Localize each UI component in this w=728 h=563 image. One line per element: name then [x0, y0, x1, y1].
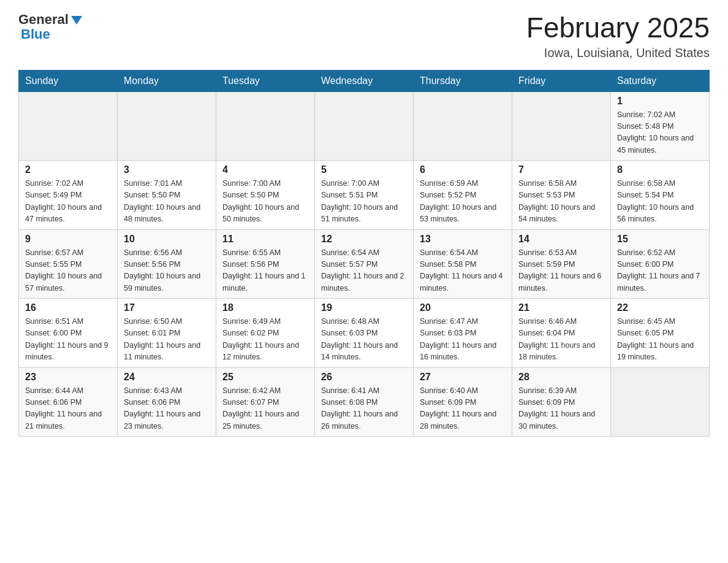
- calendar-week-row: 9Sunrise: 6:57 AM Sunset: 5:55 PM Daylig…: [19, 229, 710, 299]
- calendar-cell: 24Sunrise: 6:43 AM Sunset: 6:06 PM Dayli…: [118, 367, 216, 437]
- day-number: 24: [124, 372, 210, 383]
- day-number: 17: [124, 302, 210, 313]
- day-number: 5: [321, 164, 407, 175]
- day-number: 26: [321, 372, 407, 383]
- day-number: 27: [420, 372, 506, 383]
- calendar-cell: [611, 367, 710, 437]
- day-info: Sunrise: 7:00 AM Sunset: 5:50 PM Dayligh…: [222, 178, 308, 226]
- calendar-cell: 25Sunrise: 6:42 AM Sunset: 6:07 PM Dayli…: [216, 367, 315, 437]
- day-number: 28: [518, 372, 604, 383]
- calendar-week-row: 2Sunrise: 7:02 AM Sunset: 5:49 PM Daylig…: [19, 161, 710, 230]
- day-info: Sunrise: 6:40 AM Sunset: 6:09 PM Dayligh…: [420, 385, 506, 433]
- calendar-cell: 20Sunrise: 6:47 AM Sunset: 6:03 PM Dayli…: [414, 299, 512, 368]
- day-number: 19: [321, 302, 407, 313]
- calendar-cell: 14Sunrise: 6:53 AM Sunset: 5:59 PM Dayli…: [512, 229, 611, 299]
- day-info: Sunrise: 6:56 AM Sunset: 5:56 PM Dayligh…: [124, 247, 210, 295]
- day-number: 14: [518, 234, 604, 245]
- day-info: Sunrise: 6:49 AM Sunset: 6:02 PM Dayligh…: [222, 316, 308, 364]
- calendar-cell: 17Sunrise: 6:50 AM Sunset: 6:01 PM Dayli…: [118, 299, 216, 368]
- day-number: 3: [124, 164, 210, 175]
- calendar-cell: 6Sunrise: 6:59 AM Sunset: 5:52 PM Daylig…: [414, 161, 512, 230]
- day-info: Sunrise: 6:47 AM Sunset: 6:03 PM Dayligh…: [420, 316, 506, 364]
- calendar-cell: 1Sunrise: 7:02 AM Sunset: 5:48 PM Daylig…: [611, 91, 710, 161]
- day-number: 1: [617, 96, 703, 107]
- calendar-cell: 19Sunrise: 6:48 AM Sunset: 6:03 PM Dayli…: [315, 299, 414, 368]
- day-number: 6: [420, 164, 506, 175]
- day-number: 25: [222, 372, 308, 383]
- day-info: Sunrise: 7:02 AM Sunset: 5:48 PM Dayligh…: [617, 109, 703, 157]
- day-info: Sunrise: 7:01 AM Sunset: 5:50 PM Dayligh…: [124, 178, 210, 226]
- calendar-cell: [19, 91, 118, 161]
- day-info: Sunrise: 6:58 AM Sunset: 5:54 PM Dayligh…: [617, 178, 703, 226]
- location-title: Iowa, Louisiana, United States: [526, 46, 710, 60]
- day-info: Sunrise: 6:44 AM Sunset: 6:06 PM Dayligh…: [25, 385, 111, 433]
- day-info: Sunrise: 6:54 AM Sunset: 5:57 PM Dayligh…: [321, 247, 407, 295]
- calendar-cell: 21Sunrise: 6:46 AM Sunset: 6:04 PM Dayli…: [512, 299, 611, 368]
- day-number: 12: [321, 234, 407, 245]
- day-info: Sunrise: 6:50 AM Sunset: 6:01 PM Dayligh…: [124, 316, 210, 364]
- calendar-cell: 2Sunrise: 7:02 AM Sunset: 5:49 PM Daylig…: [19, 161, 118, 230]
- day-header-saturday: Saturday: [611, 70, 710, 91]
- day-info: Sunrise: 6:42 AM Sunset: 6:07 PM Dayligh…: [222, 385, 308, 433]
- day-info: Sunrise: 6:57 AM Sunset: 5:55 PM Dayligh…: [25, 247, 111, 295]
- day-header-monday: Monday: [118, 70, 216, 91]
- logo: General Blue: [18, 12, 83, 42]
- day-number: 23: [25, 372, 111, 383]
- day-info: Sunrise: 7:00 AM Sunset: 5:51 PM Dayligh…: [321, 178, 407, 226]
- calendar-week-row: 16Sunrise: 6:51 AM Sunset: 6:00 PM Dayli…: [19, 299, 710, 368]
- svg-marker-0: [71, 16, 82, 25]
- calendar-cell: 23Sunrise: 6:44 AM Sunset: 6:06 PM Dayli…: [19, 367, 118, 437]
- day-info: Sunrise: 6:51 AM Sunset: 6:00 PM Dayligh…: [25, 316, 111, 364]
- day-info: Sunrise: 6:48 AM Sunset: 6:03 PM Dayligh…: [321, 316, 407, 364]
- calendar-table: SundayMondayTuesdayWednesdayThursdayFrid…: [18, 70, 710, 437]
- calendar-cell: 27Sunrise: 6:40 AM Sunset: 6:09 PM Dayli…: [414, 367, 512, 437]
- day-info: Sunrise: 6:58 AM Sunset: 5:53 PM Dayligh…: [518, 178, 604, 226]
- logo-triangle-icon: [70, 13, 83, 27]
- calendar-week-row: 23Sunrise: 6:44 AM Sunset: 6:06 PM Dayli…: [19, 367, 710, 437]
- day-info: Sunrise: 6:54 AM Sunset: 5:58 PM Dayligh…: [420, 247, 506, 295]
- day-number: 22: [617, 302, 703, 313]
- day-number: 7: [518, 164, 604, 175]
- day-info: Sunrise: 7:02 AM Sunset: 5:49 PM Dayligh…: [25, 178, 111, 226]
- calendar-cell: 9Sunrise: 6:57 AM Sunset: 5:55 PM Daylig…: [19, 229, 118, 299]
- calendar-cell: 22Sunrise: 6:45 AM Sunset: 6:05 PM Dayli…: [611, 299, 710, 368]
- day-number: 2: [25, 164, 111, 175]
- day-number: 4: [222, 164, 308, 175]
- calendar-cell: 15Sunrise: 6:52 AM Sunset: 6:00 PM Dayli…: [611, 229, 710, 299]
- calendar-cell: [512, 91, 611, 161]
- day-number: 16: [25, 302, 111, 313]
- page-header: General Blue February 2025 Iowa, Louisia…: [18, 12, 710, 60]
- day-header-tuesday: Tuesday: [216, 70, 315, 91]
- day-number: 10: [124, 234, 210, 245]
- calendar-cell: [414, 91, 512, 161]
- day-number: 13: [420, 234, 506, 245]
- day-number: 9: [25, 234, 111, 245]
- calendar-cell: [216, 91, 315, 161]
- day-header-thursday: Thursday: [414, 70, 512, 91]
- day-header-sunday: Sunday: [19, 70, 118, 91]
- calendar-header-row: SundayMondayTuesdayWednesdayThursdayFrid…: [19, 70, 710, 91]
- day-header-wednesday: Wednesday: [315, 70, 414, 91]
- day-info: Sunrise: 6:59 AM Sunset: 5:52 PM Dayligh…: [420, 178, 506, 226]
- day-number: 15: [617, 234, 703, 245]
- day-info: Sunrise: 6:45 AM Sunset: 6:05 PM Dayligh…: [617, 316, 703, 364]
- day-info: Sunrise: 6:39 AM Sunset: 6:09 PM Dayligh…: [518, 385, 604, 433]
- calendar-cell: 16Sunrise: 6:51 AM Sunset: 6:00 PM Dayli…: [19, 299, 118, 368]
- logo-blue-text: Blue: [21, 27, 83, 42]
- day-number: 20: [420, 302, 506, 313]
- month-title: February 2025: [526, 12, 710, 44]
- day-number: 21: [518, 302, 604, 313]
- day-info: Sunrise: 6:46 AM Sunset: 6:04 PM Dayligh…: [518, 316, 604, 364]
- day-info: Sunrise: 6:55 AM Sunset: 5:56 PM Dayligh…: [222, 247, 308, 295]
- calendar-cell: 12Sunrise: 6:54 AM Sunset: 5:57 PM Dayli…: [315, 229, 414, 299]
- day-number: 18: [222, 302, 308, 313]
- day-info: Sunrise: 6:52 AM Sunset: 6:00 PM Dayligh…: [617, 247, 703, 295]
- calendar-cell: 5Sunrise: 7:00 AM Sunset: 5:51 PM Daylig…: [315, 161, 414, 230]
- calendar-cell: 11Sunrise: 6:55 AM Sunset: 5:56 PM Dayli…: [216, 229, 315, 299]
- calendar-cell: 28Sunrise: 6:39 AM Sunset: 6:09 PM Dayli…: [512, 367, 611, 437]
- calendar-week-row: 1Sunrise: 7:02 AM Sunset: 5:48 PM Daylig…: [19, 91, 710, 161]
- calendar-cell: 10Sunrise: 6:56 AM Sunset: 5:56 PM Dayli…: [118, 229, 216, 299]
- day-info: Sunrise: 6:41 AM Sunset: 6:08 PM Dayligh…: [321, 385, 407, 433]
- calendar-cell: 7Sunrise: 6:58 AM Sunset: 5:53 PM Daylig…: [512, 161, 611, 230]
- day-number: 11: [222, 234, 308, 245]
